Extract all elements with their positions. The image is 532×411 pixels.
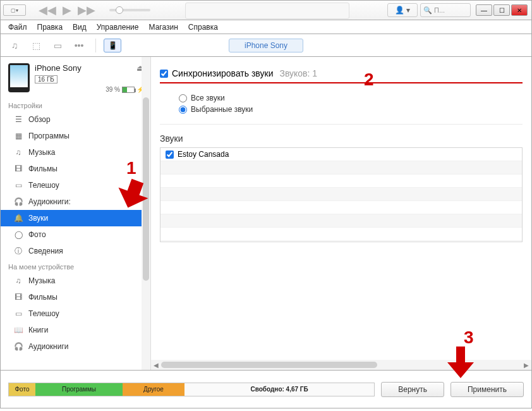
device-name-label: iPhone Sony — [35, 63, 82, 73]
search-placeholder-text: П... — [434, 6, 445, 14]
sound-list-item[interactable]: Estoy Cansada — [160, 148, 522, 161]
sidebar-item-audiobooks[interactable]: 🎧Аудиокниги: — [1, 193, 150, 210]
radio-selected-tones[interactable]: Выбранные звуки — [179, 105, 523, 114]
sounds-section-title: Звуки — [160, 133, 523, 144]
sidebar-ondevice-music[interactable]: ♫Музыка — [1, 273, 150, 289]
next-icon[interactable]: ▶▶ — [78, 3, 95, 17]
menubar: Файл Правка Вид Управление Магазин Справ… — [0, 20, 532, 34]
footer-bar: Фото Программы Другое Свободно: 4,67 ГБ … — [0, 371, 532, 408]
sidebar-item-label: Музыка — [28, 276, 55, 285]
tv-icon: ▭ — [13, 181, 23, 190]
sound-list-empty-row — [160, 214, 522, 228]
sync-count-label: Звуков: — [279, 68, 310, 78]
sound-list-empty-row — [160, 175, 522, 188]
close-button[interactable]: ✕ — [511, 4, 528, 16]
sidebar-scrollbar[interactable] — [142, 57, 150, 370]
sync-checkbox-row: Синхронизировать звуки Звуков: 1 — [160, 63, 523, 83]
device-tab[interactable]: iPhone Sony — [229, 39, 303, 52]
sidebar-item-photos[interactable]: ◯Фото — [1, 226, 150, 243]
photo-icon: ◯ — [13, 230, 23, 239]
sidebar-item-label: Фильмы — [28, 293, 57, 302]
prev-icon[interactable]: ◀◀ — [39, 3, 56, 17]
sidebar-item-label: Аудиокниги: — [28, 197, 71, 206]
user-menu[interactable]: 👤▾ — [387, 3, 418, 17]
sidebar-item-label: Фото — [28, 230, 46, 239]
chevron-down-icon: ▾ — [406, 6, 410, 15]
sound-item-label: Estoy Cansada — [178, 150, 229, 159]
device-storage-badge: 16 ГБ — [35, 75, 57, 83]
movies-library-icon[interactable]: ⬚ — [27, 39, 45, 52]
movies-icon: 🎞 — [13, 293, 23, 302]
sidebar-item-label: Звуки — [28, 214, 48, 223]
menu-edit[interactable]: Правка — [33, 21, 67, 33]
sync-count-value: 1 — [312, 68, 317, 78]
window-titlebar: ▢▾ ◀◀ ▶ ▶▶ 👤▾ 🔍П... — ☐ ✕ — [0, 0, 532, 20]
sounds-list: Estoy Cansada — [160, 147, 523, 242]
music-icon: ♫ — [13, 148, 23, 157]
sidebar: iPhone Sony ⏏ 16 ГБ 39 % ⚡ Настройки ☰Об… — [1, 57, 151, 370]
search-input[interactable]: 🔍П... — [420, 3, 471, 17]
sound-list-empty-row — [160, 228, 522, 241]
sidebar-item-movies[interactable]: 🎞Фильмы — [1, 161, 150, 177]
overview-icon: ☰ — [13, 115, 23, 124]
bell-icon: 🔔 — [13, 214, 23, 223]
sync-mode-radios: Все звуки Выбранные звуки — [160, 83, 523, 125]
sidebar-ondevice-books[interactable]: 📖Книги — [1, 322, 150, 338]
sync-tones-label: Синхронизировать звуки — [172, 68, 273, 78]
music-library-icon[interactable]: ♫ — [6, 39, 23, 52]
device-thumbnail — [8, 63, 30, 92]
revert-button[interactable]: Вернуть — [381, 382, 444, 397]
audiobook-icon: 🎧 — [13, 342, 23, 351]
maximize-button[interactable]: ☐ — [493, 4, 510, 16]
play-icon[interactable]: ▶ — [63, 3, 71, 17]
main-area: iPhone Sony ⏏ 16 ГБ 39 % ⚡ Настройки ☰Об… — [0, 57, 532, 371]
menu-file[interactable]: Файл — [4, 21, 31, 33]
user-icon: 👤 — [395, 6, 404, 15]
sidebar-item-label: Аудиокниги — [28, 342, 69, 351]
sidebar-item-info[interactable]: ⓘСведения — [1, 243, 150, 259]
battery-percentage: 39 % — [106, 86, 120, 93]
sidebar-item-tvshows[interactable]: ▭Телешоу — [1, 177, 150, 193]
menu-help[interactable]: Справка — [184, 21, 222, 33]
sidebar-ondevice-audiobooks[interactable]: 🎧Аудиокниги — [1, 338, 150, 355]
storage-seg-other: Другое — [123, 383, 184, 396]
sound-item-checkbox[interactable] — [166, 150, 174, 159]
tv-icon: ▭ — [13, 309, 23, 318]
sync-tones-checkbox[interactable] — [160, 70, 168, 78]
content-horizontal-scrollbar[interactable]: ◀ ▶ — [151, 360, 531, 370]
sidebar-item-tones[interactable]: 🔔Звуки — [1, 210, 150, 226]
sound-list-empty-row — [160, 201, 522, 214]
apply-button[interactable]: Применить — [450, 382, 524, 397]
miniplayer-widget[interactable]: ▢▾ — [3, 4, 26, 16]
volume-slider[interactable] — [109, 9, 150, 11]
scroll-left-icon[interactable]: ◀ — [151, 362, 161, 369]
menu-view[interactable]: Вид — [69, 21, 90, 33]
section-ondevice-label: На моем устройстве — [1, 259, 150, 273]
sidebar-ondevice-movies[interactable]: 🎞Фильмы — [1, 289, 150, 305]
sidebar-item-label: Телешоу — [28, 181, 59, 190]
storage-usage-bar: Фото Программы Другое Свободно: 4,67 ГБ — [8, 383, 375, 396]
sidebar-item-label: Фильмы — [28, 164, 57, 173]
sidebar-item-apps[interactable]: ▦Программы — [1, 128, 150, 144]
sidebar-item-overview[interactable]: ☰Обзор — [1, 111, 150, 128]
radio-all-tones[interactable]: Все звуки — [179, 94, 523, 102]
storage-seg-photo: Фото — [9, 383, 35, 396]
playback-controls: ◀◀ ▶ ▶▶ — [39, 3, 150, 17]
storage-seg-free: Свободно: 4,67 ГБ — [184, 383, 374, 396]
device-button[interactable]: 📱 — [104, 39, 121, 52]
now-playing-display — [185, 3, 349, 19]
scroll-right-icon[interactable]: ▶ — [521, 362, 531, 369]
sidebar-item-label: Обзор — [28, 115, 51, 124]
sidebar-item-music[interactable]: ♫Музыка — [1, 144, 150, 161]
more-libraries-icon[interactable]: ••• — [70, 39, 88, 52]
tv-library-icon[interactable]: ▭ — [49, 39, 66, 52]
radio-label: Все звуки — [191, 94, 225, 102]
sidebar-ondevice-tvshows[interactable]: ▭Телешоу — [1, 305, 150, 322]
info-icon: ⓘ — [13, 246, 23, 257]
menu-store[interactable]: Магазин — [145, 21, 182, 33]
movies-icon: 🎞 — [13, 164, 23, 173]
toolbar: ♫ ⬚ ▭ ••• 📱 iPhone Sony — [0, 34, 532, 57]
radio-label: Выбранные звуки — [191, 105, 253, 114]
minimize-button[interactable]: — — [476, 4, 492, 16]
menu-controls[interactable]: Управление — [93, 21, 143, 33]
